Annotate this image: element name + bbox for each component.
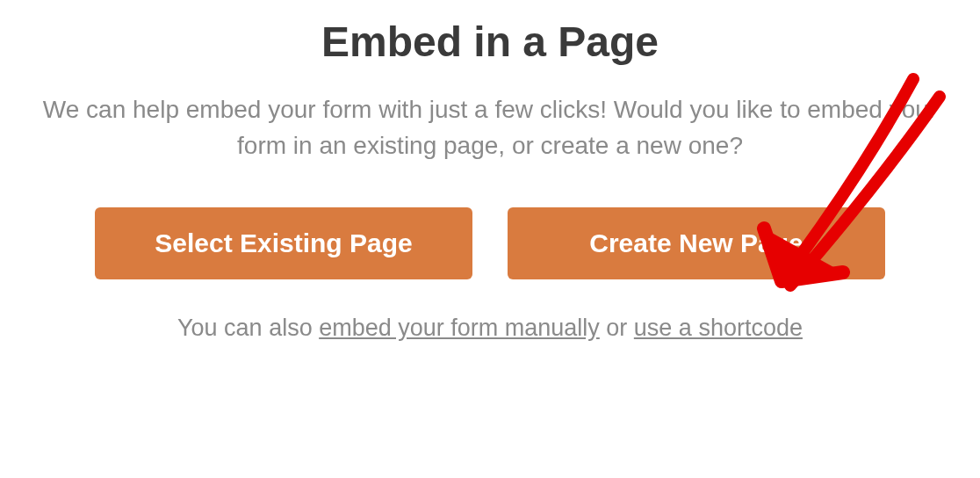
button-row: Select Existing Page Create New Page (95, 207, 885, 279)
footer-text: You can also embed your form manually or… (177, 315, 803, 342)
use-shortcode-link[interactable]: use a shortcode (634, 315, 803, 341)
create-new-page-button[interactable]: Create New Page (508, 207, 885, 279)
footer-prefix: You can also (177, 315, 319, 341)
page-description: We can help embed your form with just a … (25, 92, 955, 163)
footer-middle: or (600, 315, 634, 341)
select-existing-page-button[interactable]: Select Existing Page (95, 207, 472, 279)
embed-manually-link[interactable]: embed your form manually (319, 315, 600, 341)
page-title: Embed in a Page (321, 18, 659, 66)
